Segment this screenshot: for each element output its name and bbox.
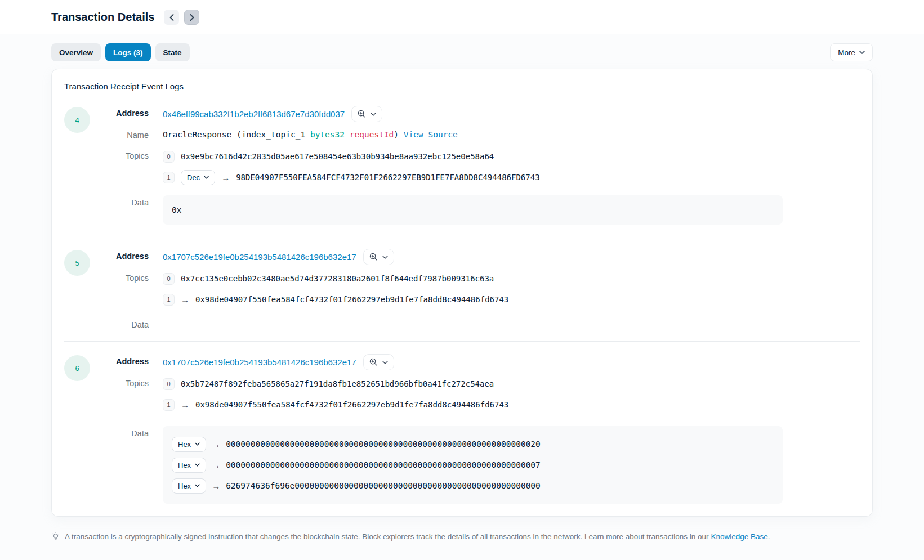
data-value: 0000000000000000000000000000000000000000… xyxy=(226,440,541,449)
event-logs-card: Transaction Receipt Event Logs 4 Address… xyxy=(51,69,873,517)
data-encoding-select[interactable]: Hex xyxy=(172,458,206,473)
log-entry: 4 Address 0x46eff99cab332f1b2eb2ff6813d6… xyxy=(64,106,860,225)
arrow-right-icon: → xyxy=(212,481,220,491)
data-value: 0000000000000000000000000000000000000000… xyxy=(226,460,541,469)
address-inspect-button[interactable] xyxy=(351,106,382,122)
arrow-right-icon: → xyxy=(221,173,230,182)
log-index-badge: 5 xyxy=(64,250,90,276)
topics-label: Topics xyxy=(100,376,149,388)
topic-index-badge: 1 xyxy=(163,172,175,183)
topic-index-badge: 0 xyxy=(163,378,175,390)
address-inspect-button[interactable] xyxy=(363,249,394,265)
topic-encoding-select[interactable]: Dec xyxy=(181,170,215,185)
chevron-down-icon xyxy=(859,51,865,54)
page-header: Transaction Details xyxy=(0,0,924,34)
data-encoding-select[interactable]: Hex xyxy=(172,437,206,452)
address-label: Address xyxy=(100,249,149,261)
zoom-in-icon xyxy=(369,253,378,261)
data-encoding-select[interactable]: Hex xyxy=(172,478,206,494)
topic-index-badge: 0 xyxy=(163,273,175,285)
arrow-right-icon: → xyxy=(212,440,220,449)
log-data-empty xyxy=(163,317,860,330)
chevron-down-icon xyxy=(195,484,200,487)
param-type: bytes32 xyxy=(310,130,345,139)
data-value: 626974636f696e00000000000000000000000000… xyxy=(226,481,541,490)
topic-value: 0x98de04907f550fea584fcf4732f01f2662297e… xyxy=(195,295,508,304)
topics-label: Topics xyxy=(100,149,149,160)
topic-value: 0x7cc135e0cebb02c3480ae5d74d377283180a26… xyxy=(181,274,494,283)
topic-value: 0x9e9bc7616d42c2835d05ae617e508454e63b30… xyxy=(181,152,494,161)
log-data-box: 0x xyxy=(163,195,783,225)
zoom-in-icon xyxy=(369,358,378,366)
lightbulb-icon xyxy=(51,532,60,541)
topic-row: 1 → 0x98de04907f550fea584fcf4732f01f2662… xyxy=(163,397,860,413)
address-label: Address xyxy=(100,106,149,118)
topic-row: 0 0x9e9bc7616d42c2835d05ae617e508454e63b… xyxy=(163,149,860,164)
log-address-link[interactable]: 0x46eff99cab332f1b2eb2ff6813d67e7d30fdd0… xyxy=(163,109,345,119)
topics-label: Topics xyxy=(100,271,149,283)
log-address-link[interactable]: 0x1707c526e19fe0b254193b5481426c196b632e… xyxy=(163,252,356,262)
card-heading: Transaction Receipt Event Logs xyxy=(64,82,860,91)
data-label: Data xyxy=(100,195,149,207)
footer-text: A transaction is a cryptographically sig… xyxy=(65,531,770,543)
log-data-box: Hex → 0000000000000000000000000000000000… xyxy=(163,426,783,504)
chevron-right-icon xyxy=(190,14,194,21)
topic-row: 1 → 0x98de04907f550fea584fcf4732f01f2662… xyxy=(163,292,860,307)
data-label: Data xyxy=(100,426,149,438)
topic-value: 0x5b72487f892feba565865a27f191da8fb1e852… xyxy=(181,379,494,388)
arrow-right-icon: → xyxy=(181,295,189,304)
chevron-down-icon xyxy=(382,256,388,259)
tab-overview[interactable]: Overview xyxy=(51,43,101,61)
arrow-right-icon: → xyxy=(181,400,189,410)
topic-row: 1 Dec → 98DE04907F550FEA584FCF4732F01F26… xyxy=(163,169,860,185)
topic-value: 98DE04907F550FEA584FCF4732F01F2662297EB9… xyxy=(236,173,539,182)
topic-index-badge: 1 xyxy=(163,399,175,411)
log-index-badge: 4 xyxy=(64,107,90,133)
topic-index-badge: 1 xyxy=(163,294,175,306)
data-row: Hex → 0000000000000000000000000000000000… xyxy=(172,456,774,473)
data-row: Hex → 0000000000000000000000000000000000… xyxy=(172,436,774,453)
data-label: Data xyxy=(100,317,149,329)
tab-state[interactable]: State xyxy=(155,43,190,61)
arrow-right-icon: → xyxy=(212,460,220,470)
param-name: requestId xyxy=(350,130,394,139)
zoom-in-icon xyxy=(358,110,366,118)
prev-transaction-button[interactable] xyxy=(164,10,179,25)
log-address-link[interactable]: 0x1707c526e19fe0b254193b5481426c196b632e… xyxy=(163,357,356,367)
topic-row: 0 0x7cc135e0cebb02c3480ae5d74d377283180a… xyxy=(163,271,860,286)
name-label: Name xyxy=(100,128,149,140)
address-label: Address xyxy=(100,354,149,366)
chevron-down-icon xyxy=(195,442,200,446)
event-signature: OracleResponse (index_topic_1 bytes32 re… xyxy=(163,128,860,139)
log-divider xyxy=(64,341,860,342)
page-title: Transaction Details xyxy=(51,11,154,24)
chevron-down-icon xyxy=(382,361,388,364)
header-divider xyxy=(0,34,924,34)
topic-row: 0 0x5b72487f892feba565865a27f191da8fb1e8… xyxy=(163,376,860,392)
chevron-down-icon xyxy=(204,176,209,179)
view-source-link[interactable]: View Source xyxy=(404,130,458,139)
chevron-left-icon xyxy=(169,14,174,21)
tab-logs[interactable]: Logs (3) xyxy=(105,43,151,61)
chevron-down-icon xyxy=(371,113,376,116)
knowledge-base-link[interactable]: Knowledge Base xyxy=(711,532,767,541)
topic-index-badge: 0 xyxy=(163,151,175,163)
more-dropdown-button[interactable]: More xyxy=(830,43,873,61)
tab-bar: Overview Logs (3) State More xyxy=(51,43,873,61)
log-index-badge: 6 xyxy=(64,355,90,381)
address-inspect-button[interactable] xyxy=(363,354,394,370)
log-divider xyxy=(64,236,860,236)
data-value: 0x xyxy=(172,205,181,214)
log-entry: 5 Address 0x1707c526e19fe0b254193b548142… xyxy=(64,249,860,330)
topic-value: 0x98de04907f550fea584fcf4732f01f2662297e… xyxy=(195,400,508,409)
next-transaction-button[interactable] xyxy=(184,10,199,25)
footer-note: A transaction is a cryptographically sig… xyxy=(51,531,873,543)
chevron-down-icon xyxy=(195,463,200,467)
log-entry: 6 Address 0x1707c526e19fe0b254193b548142… xyxy=(64,354,860,504)
data-row: Hex → 626974636f696e00000000000000000000… xyxy=(172,477,774,494)
